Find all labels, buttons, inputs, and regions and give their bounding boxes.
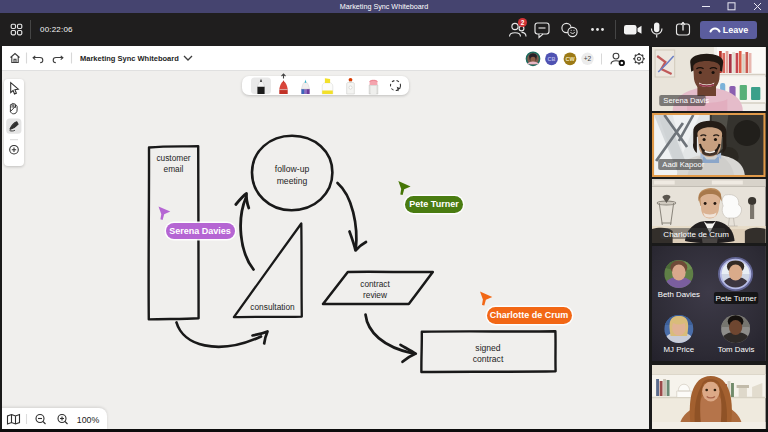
svg-text:+2: +2 bbox=[584, 55, 592, 62]
svg-text:consultation: consultation bbox=[250, 302, 295, 312]
svg-text:MJ Price: MJ Price bbox=[664, 345, 694, 354]
svg-text:review: review bbox=[363, 290, 388, 300]
svg-text:CB: CB bbox=[548, 56, 556, 62]
svg-text:2: 2 bbox=[521, 19, 525, 26]
svg-text:signed: signed bbox=[475, 343, 501, 353]
svg-text:contract: contract bbox=[473, 354, 504, 364]
svg-text:Charlotte de Crum: Charlotte de Crum bbox=[663, 230, 729, 239]
svg-text:100%: 100% bbox=[77, 415, 100, 425]
svg-text:Pete Turner: Pete Turner bbox=[716, 294, 757, 303]
svg-text:follow-up: follow-up bbox=[275, 164, 310, 174]
svg-text:contract: contract bbox=[360, 279, 390, 289]
svg-text:Tom Davis: Tom Davis bbox=[718, 345, 755, 354]
svg-text:CW: CW bbox=[566, 56, 576, 62]
svg-text:Aadi Kapoor: Aadi Kapoor bbox=[662, 160, 704, 169]
svg-text:email: email bbox=[164, 164, 184, 174]
svg-text:Serena Davis: Serena Davis bbox=[663, 96, 709, 105]
svg-text:Beth Davies: Beth Davies bbox=[658, 290, 700, 299]
svg-text:customer: customer bbox=[156, 153, 190, 163]
svg-text:meeting: meeting bbox=[277, 176, 308, 186]
